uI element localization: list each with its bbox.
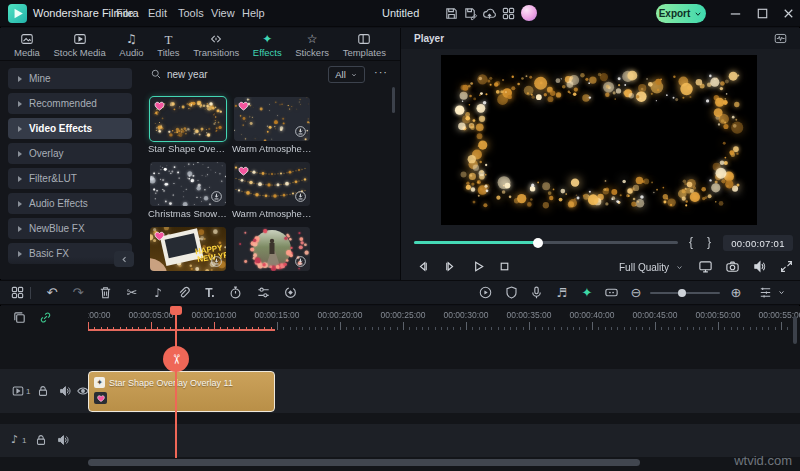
previous-frame-button[interactable] bbox=[415, 259, 430, 274]
effects-sparkle-icon[interactable]: ✦ bbox=[579, 285, 595, 301]
effects-scrollbar[interactable] bbox=[392, 87, 395, 113]
adjust-icon[interactable] bbox=[256, 285, 272, 301]
download-icon[interactable] bbox=[294, 190, 307, 203]
stop-button[interactable] bbox=[497, 259, 512, 274]
tab-stickers[interactable]: ☆Stickers bbox=[293, 28, 331, 60]
workspace-grid-icon[interactable] bbox=[10, 285, 26, 301]
sidebar-item-recommended[interactable]: Recommended bbox=[8, 93, 132, 114]
minimize-button[interactable] bbox=[728, 6, 743, 21]
sidebar-item-audio-effects[interactable]: Audio Effects bbox=[8, 193, 132, 214]
favorite-heart-icon[interactable] bbox=[153, 100, 166, 112]
cloud-upload-icon[interactable] bbox=[482, 6, 497, 21]
favorite-heart-icon[interactable] bbox=[237, 100, 250, 112]
close-button[interactable] bbox=[781, 6, 796, 21]
audio-track-row[interactable] bbox=[0, 424, 800, 457]
download-icon[interactable] bbox=[294, 125, 307, 138]
favorite-heart-icon[interactable] bbox=[237, 165, 250, 177]
motion-tracking-icon[interactable] bbox=[283, 285, 299, 301]
export-button[interactable]: Export bbox=[656, 4, 706, 23]
detach-audio-icon[interactable]: ♪ bbox=[150, 285, 166, 301]
tab-audio[interactable]: ♫Audio bbox=[117, 28, 145, 60]
menu-help[interactable]: Help bbox=[242, 7, 265, 19]
effect-thumbnail-warm-atmosphere-1[interactable] bbox=[234, 97, 310, 141]
sidebar-item-filter-lut[interactable]: Filter&LUT bbox=[8, 168, 132, 189]
device-preview-icon[interactable] bbox=[698, 259, 713, 274]
track-manager-icon[interactable] bbox=[758, 285, 774, 301]
mark-out-button[interactable]: } bbox=[707, 235, 711, 249]
sidebar-item-mine[interactable]: Mine bbox=[8, 68, 132, 89]
auto-ripple-link-icon[interactable] bbox=[38, 310, 53, 325]
zoom-in-icon[interactable]: ⊕ bbox=[728, 285, 744, 301]
text-tool-icon[interactable]: T. bbox=[202, 285, 218, 301]
tab-media[interactable]: Media bbox=[12, 28, 42, 60]
tab-titles[interactable]: TTitles bbox=[155, 28, 181, 60]
playhead-line[interactable] bbox=[175, 306, 177, 458]
speed-icon[interactable] bbox=[228, 285, 244, 301]
shield-icon[interactable] bbox=[504, 285, 520, 301]
menu-tools[interactable]: Tools bbox=[178, 7, 204, 19]
timeline-vertical-scrollbar[interactable] bbox=[793, 316, 797, 344]
video-track-mute-icon[interactable] bbox=[58, 384, 72, 398]
audio-track-lock-icon[interactable] bbox=[34, 433, 48, 447]
track-manager-caret-icon[interactable] bbox=[777, 285, 787, 301]
more-options-button[interactable]: ··· bbox=[374, 66, 388, 78]
quality-dropdown[interactable]: Full Quality bbox=[619, 262, 684, 273]
timeline-clip-star-shape-overlay[interactable]: ✦ Star Shape Overlay Overlay 11 bbox=[88, 371, 275, 412]
audio-beat-icon[interactable]: ♬ bbox=[554, 285, 570, 301]
effect-thumbnail-warm-atmosphere-2[interactable] bbox=[234, 162, 310, 206]
ruler-tick bbox=[327, 327, 328, 330]
save-as-icon[interactable] bbox=[463, 6, 478, 21]
video-track-lock-icon[interactable] bbox=[36, 384, 50, 398]
video-preview[interactable] bbox=[441, 55, 757, 225]
sidebar-collapse-button[interactable] bbox=[114, 251, 134, 267]
sidebar-item-newblue-fx[interactable]: NewBlue FX bbox=[8, 218, 132, 239]
play-button[interactable] bbox=[471, 259, 486, 274]
maximize-button[interactable] bbox=[755, 6, 770, 21]
effect-thumbnail-christmas-snowing[interactable] bbox=[150, 162, 226, 206]
tab-templates[interactable]: Templates bbox=[341, 28, 388, 60]
redo-icon[interactable]: ↷ bbox=[70, 285, 86, 301]
next-frame-button[interactable] bbox=[443, 259, 458, 274]
user-avatar[interactable] bbox=[521, 5, 537, 21]
sidebar-item-overlay[interactable]: Overlay bbox=[8, 143, 132, 164]
scopes-icon[interactable] bbox=[773, 32, 788, 45]
seek-handle[interactable] bbox=[533, 238, 543, 248]
tab-stock-media[interactable]: Stock Media bbox=[51, 28, 107, 60]
undo-icon[interactable]: ↶ bbox=[44, 285, 60, 301]
split-scissors-icon[interactable]: ✂ bbox=[124, 285, 140, 301]
zoom-out-icon[interactable]: ⊖ bbox=[628, 285, 644, 301]
sidebar-item-video-effects[interactable]: Video Effects bbox=[8, 118, 132, 139]
effect-thumbnail-star-shape-overlay[interactable] bbox=[150, 97, 226, 141]
search-input[interactable] bbox=[167, 65, 297, 83]
voiceover-mic-icon[interactable] bbox=[529, 285, 545, 301]
attach-icon[interactable] bbox=[176, 285, 192, 301]
render-preview-icon[interactable] bbox=[478, 285, 494, 301]
effect-thumbnail-happy-new-year-polaroid[interactable] bbox=[150, 227, 226, 271]
mark-in-button[interactable]: { bbox=[689, 235, 693, 249]
volume-icon[interactable] bbox=[752, 259, 767, 274]
download-icon[interactable] bbox=[294, 255, 307, 268]
menu-edit[interactable]: Edit bbox=[148, 7, 167, 19]
effect-thumbnail-flower-circle-frame[interactable] bbox=[234, 227, 310, 271]
timeline-horizontal-scrollbar[interactable] bbox=[88, 459, 640, 466]
workspace-layout-icon[interactable] bbox=[501, 6, 516, 21]
playhead-cut-button[interactable]: ✂ bbox=[163, 346, 189, 372]
mask-icon[interactable] bbox=[604, 285, 620, 301]
menu-file[interactable]: File bbox=[116, 7, 134, 19]
save-icon[interactable] bbox=[444, 6, 459, 21]
tab-transitions[interactable]: Transitions bbox=[191, 28, 241, 60]
audio-track-mute-icon[interactable] bbox=[56, 433, 70, 447]
delete-icon[interactable] bbox=[98, 285, 114, 301]
zoom-slider-handle[interactable] bbox=[678, 289, 686, 297]
timeline-zoom-slider[interactable] bbox=[650, 292, 720, 294]
fullscreen-icon[interactable] bbox=[779, 259, 794, 274]
menu-view[interactable]: View bbox=[211, 7, 235, 19]
snapshot-icon[interactable] bbox=[725, 259, 740, 274]
download-icon[interactable] bbox=[210, 255, 223, 268]
favorite-heart-icon[interactable] bbox=[153, 230, 166, 242]
copy-icon[interactable] bbox=[12, 310, 27, 325]
download-icon[interactable] bbox=[210, 190, 223, 203]
filter-dropdown[interactable]: All bbox=[328, 66, 365, 83]
tab-effects[interactable]: ✦Effects bbox=[251, 28, 284, 60]
seek-bar[interactable] bbox=[414, 241, 678, 244]
